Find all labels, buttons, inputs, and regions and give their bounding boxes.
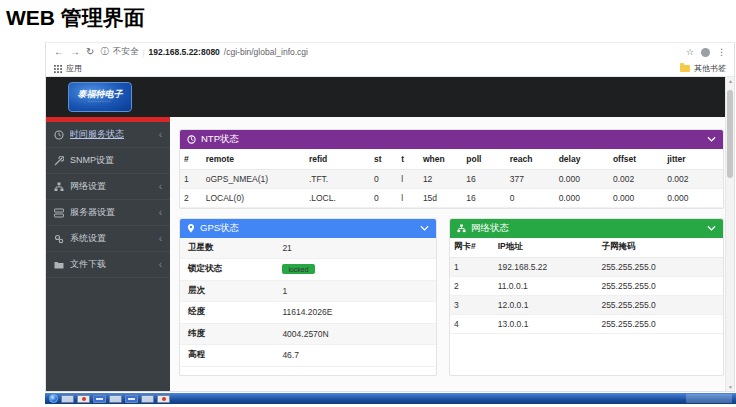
gps-panel-header[interactable]: GPS状态 <box>180 219 436 238</box>
gps-field-label: 卫星数 <box>180 242 282 254</box>
chevron-down-icon[interactable] <box>420 225 429 232</box>
gps-pin-icon <box>187 224 195 233</box>
gps-row: 层次1 <box>180 281 436 303</box>
ntp-panel-header[interactable]: NTP状态 <box>180 130 723 149</box>
network-table: 网卡#IP地址子网掩码1192.168.5.22255.255.255.0211… <box>450 238 723 335</box>
page-scrollbar[interactable]: ▲ ▼ <box>725 77 734 391</box>
table-cell: 12 <box>419 169 462 188</box>
taskbar-app-icon[interactable] <box>125 395 138 403</box>
sidebar-item-label: 时间服务状态 <box>70 128 153 141</box>
scrollbar-thumb[interactable] <box>727 90 733 178</box>
network-status-panel: 网络状态 网卡#IP地址子网掩码1192.168.5.22255.255.255… <box>449 218 724 376</box>
table-row: 413.0.0.1255.255.255.0 <box>450 315 723 334</box>
system-gear-icon <box>54 234 64 244</box>
gps-panel-title: GPS状态 <box>200 222 415 235</box>
sidebar-item-2[interactable]: SNMP设置 <box>46 148 170 174</box>
sidebar-item-1[interactable]: 时间服务状态‹ <box>46 122 170 148</box>
browser-menu-icon[interactable]: ⋮ <box>717 47 726 57</box>
table-cell: 16 <box>462 188 505 207</box>
site-info-icon[interactable]: ⓘ <box>100 46 109 58</box>
table-cell: LOCAL(0) <box>202 188 305 207</box>
table-cell: 0.000 <box>555 188 609 207</box>
column-header: IP地址 <box>494 238 598 258</box>
network-panel-header[interactable]: 网络状态 <box>450 219 723 238</box>
table-cell: 13.0.0.1 <box>494 315 598 334</box>
address-bar[interactable]: ⓘ 不安全 | 192.168.5.22:8080 /cgi-bin/globa… <box>100 46 680 58</box>
table-header-row: 网卡#IP地址子网掩码 <box>450 238 723 258</box>
chevron-left-icon: ‹ <box>159 259 162 270</box>
app-header: 泰福特电子 ·········· <box>46 77 734 117</box>
sidebar-item-3[interactable]: 网络设置‹ <box>46 174 170 200</box>
taskbar-app-icon[interactable] <box>157 395 170 403</box>
bookmarks-bar: 应用 其他书签 <box>46 61 734 77</box>
gps-field-label: 锁定状态 <box>180 263 282 275</box>
clock-icon <box>54 130 64 140</box>
bookmark-star-icon[interactable]: ☆ <box>686 47 694 57</box>
column-header: remote <box>202 149 305 169</box>
ntp-clock-icon <box>187 135 196 144</box>
gps-field-label: 高程 <box>180 349 282 361</box>
gps-field-value: 21 <box>282 243 291 253</box>
url-host: 192.168.5.22:8080 <box>148 47 219 57</box>
gps-row: 纬度4004.2570N <box>180 324 436 346</box>
column-header: offset <box>609 149 663 169</box>
gps-field-label: 层次 <box>180 285 282 297</box>
table-cell: 377 <box>506 169 555 188</box>
scroll-up-icon[interactable]: ▲ <box>726 77 734 85</box>
company-logo[interactable]: 泰福特电子 ·········· <box>68 82 132 112</box>
scroll-down-icon[interactable]: ▼ <box>726 383 734 391</box>
column-header: poll <box>462 149 505 169</box>
chevron-left-icon: ‹ <box>159 233 162 244</box>
forward-icon[interactable]: → <box>70 47 80 57</box>
taskbar-app-icon[interactable] <box>61 395 74 403</box>
column-header: reach <box>506 149 555 169</box>
chevron-down-icon[interactable] <box>707 136 716 143</box>
start-button[interactable] <box>49 394 58 403</box>
sidebar-item-5[interactable]: 系统设置‹ <box>46 226 170 252</box>
network-panel-title: 网络状态 <box>471 222 702 235</box>
table-cell: oGPS_NMEA(1) <box>202 169 305 188</box>
column-header: t <box>397 149 419 169</box>
table-cell: .LOCL. <box>305 188 370 207</box>
table-row: 1192.168.5.22255.255.255.0 <box>450 258 723 277</box>
sidebar-nav: 时间服务状态‹SNMP设置网络设置‹服务器设置‹系统设置‹文件下载‹ <box>46 122 170 391</box>
taskbar-app-icon[interactable] <box>109 395 122 403</box>
browser-window: ← → ↻ ⓘ 不安全 | 192.168.5.22:8080 /cgi-bin… <box>45 42 735 392</box>
gps-status-panel: GPS状态 卫星数21锁定状态locked层次1经度11614.2026E纬度4… <box>179 218 437 376</box>
sidebar-item-4[interactable]: 服务器设置‹ <box>46 200 170 226</box>
apps-shortcut[interactable]: 应用 <box>66 63 82 74</box>
sidebar-item-label: 系统设置 <box>70 232 153 245</box>
taskbar-app-icon[interactable] <box>141 395 154 403</box>
table-row: 211.0.0.1255.255.255.0 <box>450 277 723 296</box>
taskbar-app-icon[interactable] <box>93 395 106 403</box>
reload-icon[interactable]: ↻ <box>86 47 94 57</box>
ntp-status-panel: NTP状态 #remoterefidsttwhenpollreachdelayo… <box>179 129 724 209</box>
network-icon <box>457 224 466 233</box>
other-bookmarks[interactable]: 其他书签 <box>694 63 726 74</box>
apps-grid-icon[interactable] <box>54 65 62 73</box>
sidebar-item-6[interactable]: 文件下载‹ <box>46 252 170 278</box>
table-cell: l <box>397 188 419 207</box>
table-cell: 192.168.5.22 <box>494 258 598 277</box>
table-cell: 12.0.0.1 <box>494 296 598 315</box>
table-cell: 2 <box>450 277 494 296</box>
table-cell: 3 <box>450 296 494 315</box>
column-header: refid <box>305 149 370 169</box>
back-icon[interactable]: ← <box>54 47 64 57</box>
column-header: 网卡# <box>450 238 494 258</box>
table-cell: 4 <box>450 315 494 334</box>
logo-subline: ·········· <box>88 100 111 104</box>
table-cell: 255.255.255.0 <box>597 296 723 315</box>
chevron-left-icon: ‹ <box>159 207 162 218</box>
table-cell: 0.000 <box>663 188 723 207</box>
web-page: 泰福特电子 ·········· 时间服务状态‹SNMP设置网络设置‹服务器设置… <box>46 77 734 391</box>
column-header: jitter <box>663 149 723 169</box>
gps-row: 经度11614.2026E <box>180 302 436 324</box>
gps-field-label: 纬度 <box>180 328 282 340</box>
table-cell: 2 <box>180 188 202 207</box>
gps-row: 卫星数21 <box>180 238 436 260</box>
taskbar-clock-area[interactable] <box>686 394 732 403</box>
profile-avatar[interactable] <box>701 48 710 57</box>
taskbar-app-icon[interactable] <box>77 395 90 403</box>
chevron-down-icon[interactable] <box>707 225 716 232</box>
